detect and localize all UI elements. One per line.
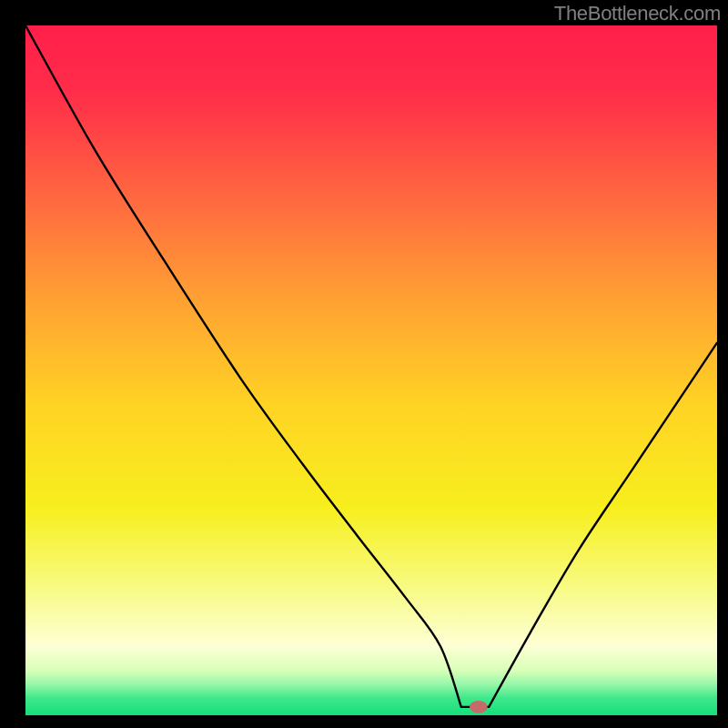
gradient-background	[25, 25, 717, 715]
optimal-marker	[470, 701, 488, 713]
chart-container	[25, 25, 717, 715]
bottleneck-chart	[25, 25, 717, 715]
attribution-label: TheBottleneck.com	[554, 2, 721, 25]
